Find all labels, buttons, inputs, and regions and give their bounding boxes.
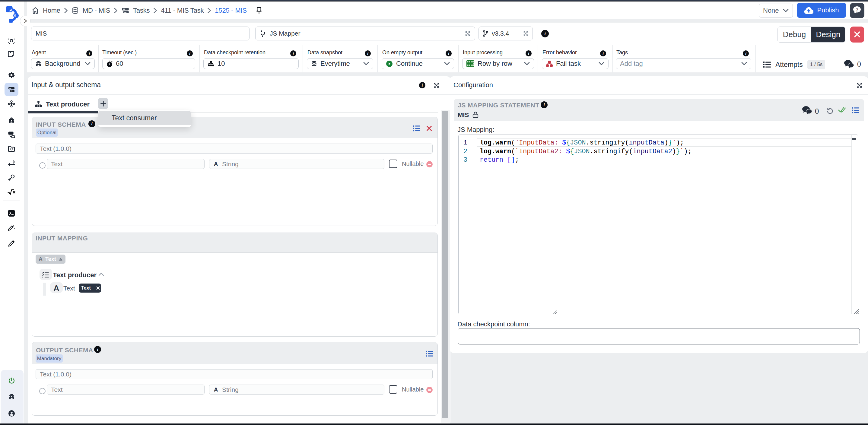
svg-text:?: ?: [856, 7, 858, 12]
svg-text:A: A: [214, 387, 218, 392]
svg-text:A: A: [214, 161, 218, 166]
